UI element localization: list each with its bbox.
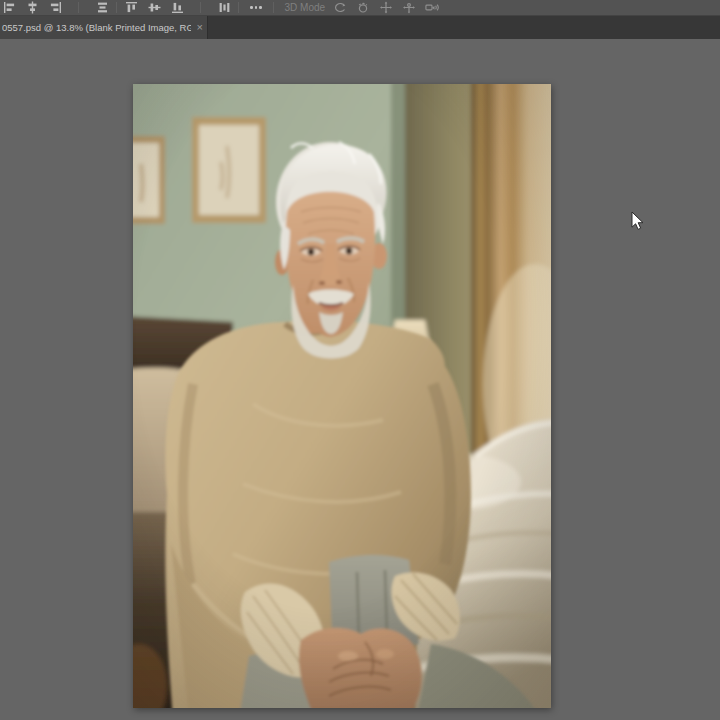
3d-mode-label: 3D Mode — [285, 2, 326, 13]
document-tab-title: 0557.psd @ 13.8% (Blank Printed Image, R… — [2, 22, 191, 33]
vignette-overlay — [133, 84, 551, 708]
align-top-edges-icon[interactable] — [124, 1, 138, 14]
distribute-horizontally-icon[interactable] — [95, 1, 109, 14]
align-vertical-group — [124, 1, 231, 14]
align-bottom-edges-icon[interactable] — [170, 1, 184, 14]
separator — [273, 2, 274, 13]
distribute-vertically-icon[interactable] — [217, 1, 231, 14]
canvas-area[interactable] — [0, 39, 720, 720]
3d-slide-icon[interactable] — [402, 1, 416, 14]
tab-close-icon[interactable]: × — [197, 22, 203, 33]
separator — [200, 2, 201, 13]
3d-zoom-camera-icon[interactable] — [425, 1, 439, 14]
separator — [78, 2, 79, 13]
photo-canvas[interactable] — [133, 84, 551, 708]
separator — [116, 2, 117, 13]
mouse-cursor — [631, 211, 644, 231]
tab-bar: 0557.psd @ 13.8% (Blank Printed Image, R… — [0, 16, 720, 39]
3d-orbit-icon[interactable] — [333, 1, 347, 14]
3d-mode-icons-group — [333, 1, 439, 14]
separator — [238, 2, 239, 13]
3d-roll-icon[interactable] — [356, 1, 370, 14]
align-right-edges-icon[interactable] — [48, 1, 62, 14]
align-left-edges-icon[interactable] — [2, 1, 16, 14]
align-horizontal-centers-icon[interactable] — [25, 1, 39, 14]
align-icons-group — [2, 1, 109, 14]
more-options-icon[interactable] — [250, 6, 262, 9]
document-tab[interactable]: 0557.psd @ 13.8% (Blank Printed Image, R… — [0, 16, 208, 39]
3d-pan-icon[interactable] — [379, 1, 393, 14]
options-bar: 3D Mode — [0, 0, 720, 16]
align-vertical-centers-icon[interactable] — [147, 1, 161, 14]
photoshop-window: 3D Mode 0557.psd @ 13.8% (Blank Printed … — [0, 0, 720, 720]
